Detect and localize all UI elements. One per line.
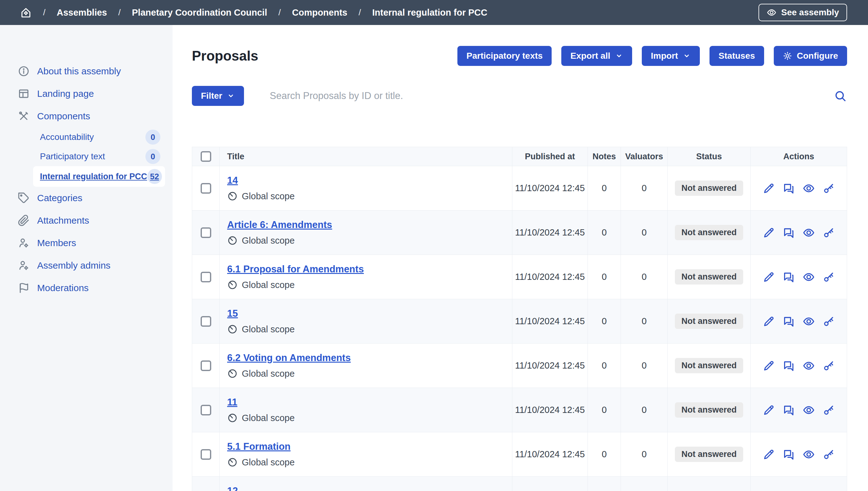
sidebar-item-categories[interactable]: Categories bbox=[0, 187, 173, 209]
proposal-title-link[interactable]: 11 bbox=[227, 397, 238, 408]
permissions-action-button[interactable] bbox=[823, 359, 835, 372]
edit-action-button[interactable] bbox=[763, 315, 775, 328]
sidebar-item-members[interactable]: Members bbox=[0, 232, 173, 254]
count-badge: 0 bbox=[145, 129, 160, 145]
preview-action-button[interactable] bbox=[803, 227, 815, 239]
participatory-texts-button[interactable]: Participatory texts bbox=[457, 46, 552, 66]
edit-action-button[interactable] bbox=[763, 227, 775, 239]
search-input[interactable] bbox=[269, 90, 827, 102]
proposal-title-link[interactable]: 6.2 Voting on Amendments bbox=[227, 352, 351, 364]
sidebar-item-about-this-assembly[interactable]: About this assembly bbox=[0, 60, 173, 83]
export-all-button[interactable]: Export all bbox=[561, 46, 632, 66]
sidebar-item-attachments[interactable]: Attachments bbox=[0, 209, 173, 232]
answer-action-button[interactable] bbox=[782, 182, 795, 195]
permissions-action-button[interactable] bbox=[823, 227, 835, 239]
column-actions: Actions bbox=[751, 147, 847, 166]
select-all-checkbox[interactable] bbox=[200, 151, 211, 162]
gear-icon bbox=[783, 51, 792, 61]
proposal-title-link[interactable]: 12 bbox=[227, 485, 238, 491]
sidebar-item-accountability[interactable]: Accountability0 bbox=[0, 127, 173, 147]
edit-action-button[interactable] bbox=[763, 448, 775, 461]
proposal-title-link[interactable]: 14 bbox=[227, 175, 238, 186]
breadcrumb-item[interactable]: Components bbox=[292, 7, 347, 18]
scope: Global scope bbox=[227, 280, 364, 290]
row-checkbox[interactable] bbox=[200, 316, 211, 327]
page-head: Proposals Participatory textsExport allI… bbox=[192, 46, 847, 66]
actions-cell bbox=[751, 388, 847, 432]
user-gear-icon bbox=[18, 260, 30, 271]
sidebar-item-landing-page[interactable]: Landing page bbox=[0, 83, 173, 105]
preview-action-button[interactable] bbox=[803, 404, 815, 416]
chevron-down-icon bbox=[615, 52, 623, 60]
row-checkbox[interactable] bbox=[200, 183, 211, 194]
breadcrumb-item[interactable]: Planetary Coordination Council bbox=[132, 7, 267, 18]
proposal-title-link[interactable]: 6.1 Proposal for Amendments bbox=[227, 264, 364, 275]
preview-action-button[interactable] bbox=[803, 359, 815, 372]
permissions-action-button[interactable] bbox=[823, 315, 835, 328]
answer-action-button[interactable] bbox=[782, 227, 795, 239]
import-button[interactable]: Import bbox=[642, 46, 700, 66]
breadcrumb-item[interactable]: Internal regulation for PCC bbox=[372, 7, 487, 18]
count-badge: 52 bbox=[147, 169, 162, 184]
main-content: Proposals Participatory textsExport allI… bbox=[173, 25, 868, 491]
page-title: Proposals bbox=[192, 48, 258, 64]
column-published-at: Published at bbox=[512, 147, 588, 166]
statuses-button[interactable]: Statuses bbox=[710, 46, 764, 66]
sidebar-item-label: Participatory text bbox=[40, 151, 105, 162]
answer-action-button[interactable] bbox=[782, 359, 795, 372]
row-checkbox[interactable] bbox=[200, 449, 211, 460]
preview-action-button[interactable] bbox=[803, 315, 815, 328]
home-icon[interactable] bbox=[20, 6, 32, 19]
permissions-action-button[interactable] bbox=[823, 182, 835, 195]
row-checkbox[interactable] bbox=[200, 272, 211, 282]
column-notes: Notes bbox=[588, 147, 621, 166]
notes-cell: 0 bbox=[588, 255, 621, 299]
row-checkbox[interactable] bbox=[200, 227, 211, 238]
notes-cell: 0 bbox=[588, 344, 621, 387]
notes-cell: 0 bbox=[588, 476, 621, 491]
sidebar-item-moderations[interactable]: Moderations bbox=[0, 277, 173, 299]
sidebar-item-components[interactable]: Components bbox=[0, 105, 173, 127]
preview-action-button[interactable] bbox=[803, 271, 815, 283]
permissions-action-button[interactable] bbox=[823, 448, 835, 461]
filter-button[interactable]: Filter bbox=[192, 86, 244, 106]
actions-cell bbox=[751, 299, 847, 343]
actions-cell bbox=[751, 210, 847, 255]
valuators-cell: 0 bbox=[621, 210, 668, 255]
preview-action-button[interactable] bbox=[803, 448, 815, 461]
breadcrumb-separator: / bbox=[278, 7, 281, 18]
see-assembly-button[interactable]: See assembly bbox=[758, 4, 847, 21]
answer-action-button[interactable] bbox=[782, 448, 795, 461]
permissions-action-button[interactable] bbox=[823, 271, 835, 283]
row-checkbox[interactable] bbox=[200, 405, 211, 415]
sidebar-item-participatory-text[interactable]: Participatory text0 bbox=[0, 147, 173, 166]
permissions-action-button[interactable] bbox=[823, 404, 835, 416]
status-badge: Not answered bbox=[675, 180, 743, 196]
row-checkbox[interactable] bbox=[200, 360, 211, 371]
sidebar-item-assembly-admins[interactable]: Assembly admins bbox=[0, 254, 173, 277]
proposal-title-link[interactable]: Article 6: Amendments bbox=[227, 219, 332, 231]
valuators-cell: 0 bbox=[621, 476, 668, 491]
search-icon[interactable] bbox=[833, 89, 847, 103]
breadcrumb-item[interactable]: Assemblies bbox=[57, 7, 107, 18]
title-cell: 5.1 FormationGlobal scope bbox=[220, 432, 512, 476]
edit-action-button[interactable] bbox=[763, 404, 775, 416]
answer-action-button[interactable] bbox=[782, 315, 795, 328]
status-badge: Not answered bbox=[675, 446, 743, 462]
proposal-title-link[interactable]: 15 bbox=[227, 308, 238, 319]
valuators-cell: 0 bbox=[621, 299, 668, 343]
sidebar-item-internal-regulation-for-pcc[interactable]: Internal regulation for PCC52 bbox=[33, 166, 165, 187]
preview-action-button[interactable] bbox=[803, 182, 815, 195]
answer-action-button[interactable] bbox=[782, 271, 795, 283]
sidebar-item-label: Assembly admins bbox=[37, 260, 111, 271]
configure-button[interactable]: Configure bbox=[774, 46, 847, 66]
published-at-cell: 11/10/2024 12:45 bbox=[512, 299, 588, 343]
proposal-title-link[interactable]: 5.1 Formation bbox=[227, 441, 290, 452]
status-cell: Not answered bbox=[668, 476, 751, 491]
layout-icon bbox=[18, 88, 30, 99]
edit-action-button[interactable] bbox=[763, 359, 775, 372]
answer-action-button[interactable] bbox=[782, 404, 795, 416]
edit-action-button[interactable] bbox=[763, 182, 775, 195]
status-cell: Not answered bbox=[668, 344, 751, 387]
edit-action-button[interactable] bbox=[763, 271, 775, 283]
